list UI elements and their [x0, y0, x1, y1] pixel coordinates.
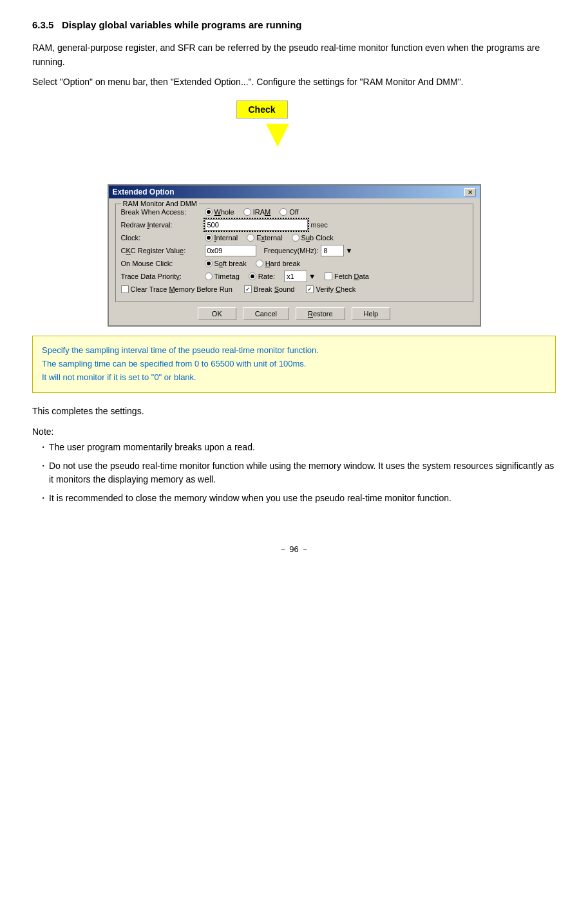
radio-off-label: Off — [289, 208, 298, 216]
freq-input[interactable] — [321, 245, 344, 256]
radio-off-dot — [280, 208, 287, 216]
radio-off[interactable]: Off — [280, 208, 298, 216]
completion-text: This completes the settings. — [32, 406, 556, 416]
radio-iram-label: IRAM — [253, 208, 271, 216]
note-item-1: The user program momentarily breaks upon… — [39, 441, 556, 454]
mouse-click-row: On Mouse Click: Soft break Hard break — [121, 260, 468, 267]
radio-hard-break[interactable]: Hard break — [256, 260, 300, 267]
radio-subclock[interactable]: Sub Clock — [292, 234, 334, 242]
radio-whole-label: Whole — [214, 208, 234, 216]
break-when-access-row: Break When Access: Whole IRAM Off — [121, 208, 468, 216]
ckc-label: CKC Register Value: — [121, 247, 205, 254]
info-note-box: Specify the sampling interval time of th… — [32, 336, 556, 392]
radio-external[interactable]: External — [247, 234, 282, 242]
clear-trace-checkbox[interactable]: Clear Trace Memory Before Run — [121, 285, 232, 293]
radio-rate[interactable]: Rate: — [249, 273, 275, 280]
freq-label: Frequency(MHz): — [264, 247, 319, 254]
radio-soft-break[interactable]: Soft break — [205, 260, 247, 267]
clear-trace-label: Clear Trace Memory Before Run — [131, 285, 232, 293]
note-list: The user program momentarily breaks upon… — [32, 441, 556, 505]
mouse-click-label: On Mouse Click: — [121, 260, 205, 267]
callout-arrow — [266, 124, 289, 147]
intro-para1: RAM, general-purpose register, and SFR c… — [32, 41, 556, 70]
note-item-3: It is recommended to close the memory wi… — [39, 492, 556, 505]
note-line2: The sampling time can be specified from … — [42, 359, 306, 368]
radio-hard-dot — [256, 260, 263, 267]
clock-row: Clock: Internal External Sub Clock — [121, 234, 468, 242]
redraw-input[interactable] — [205, 219, 308, 231]
radio-soft-label: Soft break — [214, 260, 247, 267]
radio-external-label: External — [256, 234, 282, 242]
note-line3: It will not monitor if it is set to "0" … — [42, 372, 196, 382]
radio-subclock-dot — [292, 234, 299, 242]
note-item-2: Do not use the pseudo real-time monitor … — [39, 459, 556, 486]
cancel-button[interactable]: Cancel — [243, 307, 289, 320]
rate-dropdown-group: ▼ — [284, 271, 316, 282]
rate-input[interactable] — [284, 271, 307, 282]
fetch-data-checkbox[interactable]: Fetch Data — [325, 273, 369, 280]
radio-external-dot — [247, 234, 254, 242]
freq-dropdown[interactable]: ▼ — [345, 247, 352, 254]
dialog-close-button[interactable]: ✕ — [464, 188, 476, 196]
radio-rate-label: Rate: — [258, 273, 275, 280]
intro-para2: Select "Option" on menu bar, then "Exten… — [32, 75, 556, 89]
break-sound-box — [244, 285, 252, 293]
verify-check-checkbox[interactable]: Verify Check — [306, 285, 356, 293]
help-button[interactable]: Help — [352, 307, 391, 320]
ok-button[interactable]: OK — [198, 307, 236, 320]
ckc-input[interactable] — [205, 245, 256, 256]
checkbox-row: Clear Trace Memory Before Run Break Soun… — [121, 285, 468, 293]
trace-priority-row: Trace Data Priority: Timetag Rate: ▼ — [121, 271, 468, 282]
redraw-interval-row: Redraw Interval: msec — [121, 219, 468, 231]
radio-iram-dot — [243, 208, 251, 216]
check-callout: Check — [236, 100, 288, 119]
radio-whole-dot — [205, 208, 213, 216]
radio-soft-dot — [205, 260, 213, 267]
verify-check-label: Verify Check — [316, 285, 356, 293]
radio-internal-label: Internal — [214, 234, 238, 242]
section-title: 6.3.5 Display global variables while pro… — [32, 19, 556, 30]
verify-check-box — [306, 285, 314, 293]
extended-option-dialog: Extended Option ✕ RAM Monitor And DMM Br… — [108, 184, 481, 327]
note-header: Note: — [32, 426, 556, 437]
fetch-data-box — [325, 273, 332, 280]
radio-timetag-dot — [205, 273, 213, 280]
break-access-options: Whole IRAM Off — [205, 208, 299, 216]
redraw-unit: msec — [311, 221, 328, 229]
radio-hard-label: Hard break — [265, 260, 300, 267]
ckc-row: CKC Register Value: Frequency(MHz): ▼ — [121, 245, 468, 256]
clear-trace-box — [121, 285, 129, 293]
dialog-buttons: OK Cancel Restore Help — [115, 307, 473, 320]
trace-priority-label: Trace Data Priority: — [121, 273, 205, 280]
radio-whole[interactable]: Whole — [205, 208, 234, 216]
break-sound-checkbox[interactable]: Break Sound — [244, 285, 295, 293]
diagram-container: Check Extended Option ✕ RAM Monitor And … — [32, 100, 556, 327]
radio-iram[interactable]: IRAM — [243, 208, 271, 216]
note-line1: Specify the sampling interval time of th… — [42, 345, 319, 355]
rate-dropdown-arrow[interactable]: ▼ — [308, 273, 316, 280]
trace-priority-options: Timetag Rate: ▼ Fetch Data — [205, 271, 369, 282]
radio-internal[interactable]: Internal — [205, 234, 238, 242]
radio-subclock-label: Sub Clock — [301, 234, 334, 242]
clock-options: Internal External Sub Clock — [205, 234, 334, 242]
radio-rate-dot — [249, 273, 256, 280]
group-label: RAM Monitor And DMM — [121, 200, 200, 207]
radio-timetag[interactable]: Timetag — [205, 273, 240, 280]
dialog-body: RAM Monitor And DMM Break When Access: W… — [109, 198, 480, 325]
break-sound-label: Break Sound — [254, 285, 295, 293]
redraw-label: Redraw Interval: — [121, 221, 205, 229]
radio-internal-dot — [205, 234, 213, 242]
dialog-titlebar: Extended Option ✕ — [109, 186, 480, 198]
page-footer: － 96 － — [32, 544, 556, 555]
ram-monitor-group: RAM Monitor And DMM Break When Access: W… — [115, 204, 473, 302]
fetch-data-label: Fetch Data — [334, 273, 369, 280]
restore-button[interactable]: Restore — [296, 307, 345, 320]
mouse-click-options: Soft break Hard break — [205, 260, 301, 267]
clock-label: Clock: — [121, 234, 205, 242]
break-access-label: Break When Access: — [121, 208, 205, 216]
dialog-title: Extended Option — [113, 187, 175, 196]
radio-timetag-label: Timetag — [214, 273, 240, 280]
